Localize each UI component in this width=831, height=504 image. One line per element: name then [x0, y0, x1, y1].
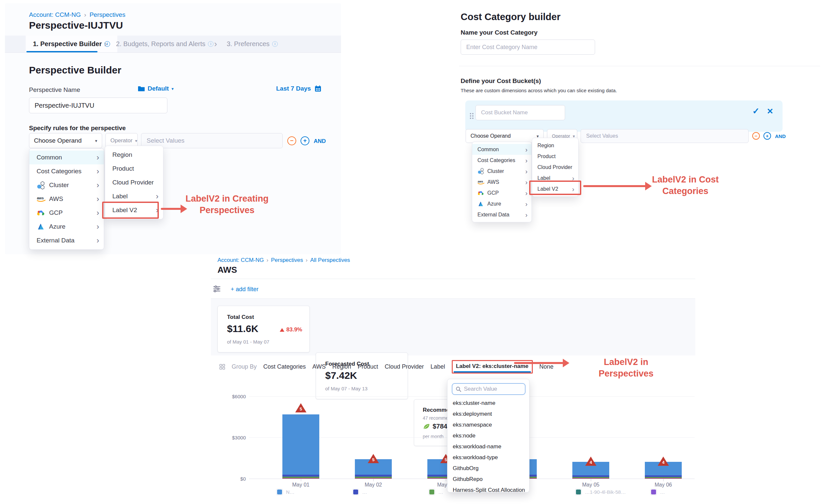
- operand-menu-item-gcp[interactable]: GCP›: [472, 187, 532, 198]
- bar-segment-base-maroon-may-06[interactable]: [645, 478, 682, 479]
- dropdown-item-eks-namespace[interactable]: eks:namespace: [448, 419, 529, 430]
- group-by-option-none[interactable]: None: [539, 363, 553, 370]
- bar-segment-base-indigo-may-02[interactable]: [355, 475, 392, 476]
- legend-swatch: [575, 489, 581, 495]
- dropdown-item-eks-workload-type[interactable]: eks:workload-type: [448, 452, 529, 463]
- bar-segment-primary-blue-may-01[interactable]: [282, 414, 319, 475]
- bar-segment-base-maroon-may-01[interactable]: [282, 478, 319, 479]
- submenu-item-label-v2[interactable]: Label V2›: [532, 183, 578, 195]
- dropdown-item-githuborg[interactable]: GithubOrg: [448, 463, 529, 474]
- breadcrumb-link-perspectives[interactable]: Perspectives: [90, 11, 125, 18]
- operand-menu-item-common[interactable]: Common›: [472, 144, 532, 155]
- cc-remove-rule-button[interactable]: −: [752, 132, 760, 140]
- operand-menu-item-common[interactable]: Common›: [29, 151, 104, 165]
- bar-segment-base-green-may-01[interactable]: [282, 477, 319, 478]
- operand-menu-item-cost-categories[interactable]: Cost Categories›: [472, 155, 532, 166]
- add-rule-button[interactable]: +: [300, 137, 309, 145]
- add-filter-button[interactable]: + add filter: [231, 286, 259, 293]
- dropdown-item-eks-workload-name[interactable]: eks:workload-name: [448, 441, 529, 452]
- bar-segment-base-green-may-06[interactable]: [645, 477, 682, 478]
- submenu-item-region[interactable]: Region: [105, 148, 163, 162]
- operand-menu-item-azure[interactable]: Azure›: [29, 220, 104, 234]
- folder-selector[interactable]: Default ▾: [138, 85, 174, 92]
- drag-handle-icon[interactable]: [470, 113, 471, 114]
- bar-segment-base-indigo-may-01[interactable]: [282, 475, 319, 476]
- operand-menu-item-external-data[interactable]: External Data›: [29, 234, 104, 247]
- anomaly-badge-may-05[interactable]: 4: [585, 456, 596, 466]
- operand-menu-item-cluster[interactable]: Cluster›: [472, 166, 532, 177]
- bar-segment-base-indigo-may-05[interactable]: [572, 475, 609, 477]
- legend-item[interactable]: …: [429, 489, 443, 495]
- confirm-bucket-icon[interactable]: ✓: [752, 106, 760, 116]
- dropdown-item-githubrepo[interactable]: GithubRepo: [448, 474, 529, 484]
- operand-menu-item-external-data[interactable]: External Data›: [472, 209, 532, 220]
- operand-menu-item-cost-categories[interactable]: Cost Categories›: [29, 165, 104, 178]
- cc-add-rule-button[interactable]: +: [764, 132, 771, 140]
- cancel-bucket-icon[interactable]: ✕: [767, 107, 773, 116]
- breadcrumb-link-all-perspectives[interactable]: All Perspectives: [310, 257, 350, 263]
- group-by-option-cost-categories[interactable]: Cost Categories: [263, 363, 306, 370]
- bar-segment-base-indigo-may-06[interactable]: [645, 475, 682, 477]
- anomaly-badge-may-06[interactable]: 4: [658, 456, 669, 466]
- cost-category-name-input[interactable]: [461, 39, 595, 55]
- submenu-item-product[interactable]: Product: [532, 151, 578, 162]
- date-range-selector[interactable]: Last 7 Days: [276, 85, 322, 92]
- legend-item[interactable]: …: [651, 489, 665, 495]
- legend-item[interactable]: …1-90-4l-Bik-58…: [575, 489, 626, 495]
- bar-segment-base-maroon-may-02[interactable]: [355, 478, 392, 479]
- chevron-right-icon: ›: [96, 195, 99, 203]
- breadcrumb-link-account-ccm-ng[interactable]: Account: CCM-NG: [218, 257, 264, 263]
- cc-and-operator-label: AND: [775, 134, 786, 139]
- submenu-item-label[interactable]: Label›: [532, 173, 578, 183]
- breadcrumb-link-perspectives[interactable]: Perspectives: [271, 257, 303, 263]
- perspective-name-input[interactable]: [29, 97, 167, 113]
- bar-segment-base-maroon-may-05[interactable]: [572, 478, 609, 479]
- operand-menu-item-gcp[interactable]: GCP›: [29, 206, 104, 220]
- bar-segment-base-green-may-05[interactable]: [572, 477, 609, 478]
- group-by-option-product[interactable]: Product: [358, 363, 378, 370]
- remove-rule-button[interactable]: −: [287, 137, 296, 145]
- anomaly-badge-may-01[interactable]: 5: [295, 403, 307, 412]
- azure-icon: [478, 200, 487, 208]
- dropdown-item-harness-split-cost-allocation[interactable]: Harness-Split Cost Allocation: [448, 484, 529, 496]
- operand-menu-item-aws[interactable]: awsAWS›: [472, 177, 532, 187]
- dropdown-item-eks-cluster-name[interactable]: eks:cluster-name: [448, 397, 529, 409]
- tab-preferences[interactable]: 3. Preferencesi: [227, 36, 278, 52]
- group-by-option-cloud-provider[interactable]: Cloud Provider: [385, 363, 424, 370]
- operand-menu-item-aws[interactable]: awsAWS›: [29, 192, 104, 206]
- chevron-right-icon: ›: [96, 181, 99, 189]
- dropdown-item-eks-deployment[interactable]: eks:deployment: [448, 409, 529, 419]
- chevron-right-icon: ›: [96, 209, 99, 217]
- breadcrumb-link-account-ccm-ng[interactable]: Account: CCM-NG: [29, 11, 81, 18]
- group-by-option-aws[interactable]: AWS: [312, 363, 325, 370]
- submenu-item-region[interactable]: Region: [532, 140, 578, 151]
- submenu-item-product[interactable]: Product: [105, 162, 163, 176]
- group-by-option-region[interactable]: Region: [332, 363, 351, 370]
- submenu-item-label[interactable]: Label›: [105, 189, 163, 203]
- azure-icon: [36, 223, 49, 230]
- choose-operand-select[interactable]: Choose Operand ▾: [29, 133, 102, 148]
- filter-icon[interactable]: [212, 285, 221, 295]
- search-value-input[interactable]: [464, 386, 522, 392]
- legend-item[interactable]: …: [352, 489, 367, 495]
- search-value-box[interactable]: [452, 383, 525, 395]
- submenu-item-label-v2[interactable]: Label V2›: [105, 203, 163, 217]
- operand-menu-item-cluster[interactable]: Cluster›: [29, 178, 104, 192]
- tab-budgets-reports-alerts[interactable]: 2. Budgets, Reports and Alertsi: [116, 36, 213, 52]
- operand-menu-item-azure[interactable]: Azure›: [472, 198, 532, 209]
- cc-common-submenu: RegionProductCloud ProviderLabel›Label V…: [532, 138, 579, 197]
- value-dropdown: eks:cluster-nameeks:deploymenteks:namesp…: [447, 379, 529, 493]
- group-by-row: Group By Cost CategoriesAWSRegionProduct…: [220, 359, 553, 374]
- section-heading: Perspective Builder: [29, 65, 121, 76]
- group-by-option-label[interactable]: Label: [431, 363, 445, 370]
- tab-perspective-builder[interactable]: 1. Perspective Builderi: [26, 36, 117, 52]
- cost-buckets-description: These are custom dimensions across which…: [461, 88, 617, 93]
- dropdown-item-eks-node[interactable]: eks:node: [448, 430, 529, 441]
- bar-segment-base-green-may-02[interactable]: [355, 477, 392, 478]
- anomaly-badge-may-02[interactable]: 5: [368, 454, 379, 463]
- cc-select-values-input[interactable]: Select Values: [580, 129, 749, 143]
- submenu-item-cloud-provider[interactable]: Cloud Provider: [532, 162, 578, 173]
- cost-bucket-name-input[interactable]: [476, 105, 565, 120]
- submenu-item-cloud-provider[interactable]: Cloud Provider: [105, 176, 163, 189]
- legend-item[interactable]: N…: [277, 489, 294, 495]
